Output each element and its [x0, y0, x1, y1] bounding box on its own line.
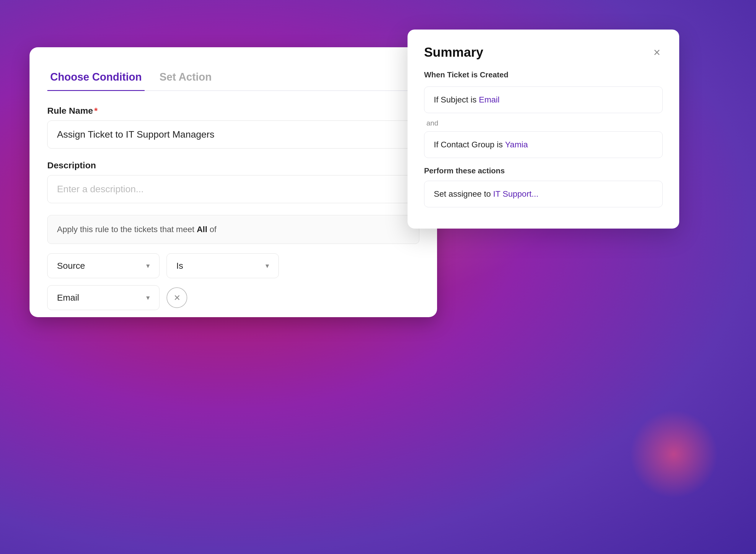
source-dropdown[interactable]: Source ▾	[47, 254, 160, 278]
summary-trigger-text: When Ticket is Created	[424, 70, 663, 79]
rule-name-input[interactable]	[47, 120, 419, 149]
main-form-card: Choose Condition Set Action Rule Name* D…	[30, 47, 437, 317]
email-dropdown[interactable]: Email ▾	[47, 285, 160, 310]
tab-choose-condition[interactable]: Choose Condition	[47, 65, 157, 90]
email-dropdown-arrow: ▾	[146, 293, 150, 302]
rule-name-label: Rule Name*	[47, 106, 419, 116]
summary-actions-label: Perform these actions	[424, 166, 663, 175]
summary-close-button[interactable]: ×	[651, 45, 663, 59]
summary-condition-1: If Subject is Email	[424, 87, 663, 113]
summary-action-1: Set assignee to IT Support...	[424, 181, 663, 207]
condition-row-2: Email ▾ ✕	[47, 285, 419, 310]
condition-row-1: Source ▾ Is ▾	[47, 254, 419, 278]
form-section: Rule Name* Description Apply this rule t…	[47, 106, 419, 310]
summary-title: Summary	[424, 45, 483, 60]
description-input[interactable]	[47, 175, 419, 203]
summary-connector: and	[426, 119, 663, 127]
summary-condition-2: If Contact Group is Yamia	[424, 131, 663, 158]
is-dropdown-arrow: ▾	[266, 262, 269, 270]
source-dropdown-arrow: ▾	[146, 262, 150, 270]
summary-panel: Summary × When Ticket is Created If Subj…	[408, 30, 679, 229]
apply-rule-text: Apply this rule to the tickets that meet…	[47, 215, 419, 244]
tab-bar: Choose Condition Set Action	[47, 65, 419, 91]
required-star: *	[94, 106, 98, 115]
summary-header: Summary ×	[424, 45, 663, 60]
is-dropdown[interactable]: Is ▾	[167, 254, 279, 278]
tab-set-action[interactable]: Set Action	[157, 65, 227, 90]
description-label: Description	[47, 160, 419, 170]
remove-condition-button[interactable]: ✕	[167, 287, 187, 308]
